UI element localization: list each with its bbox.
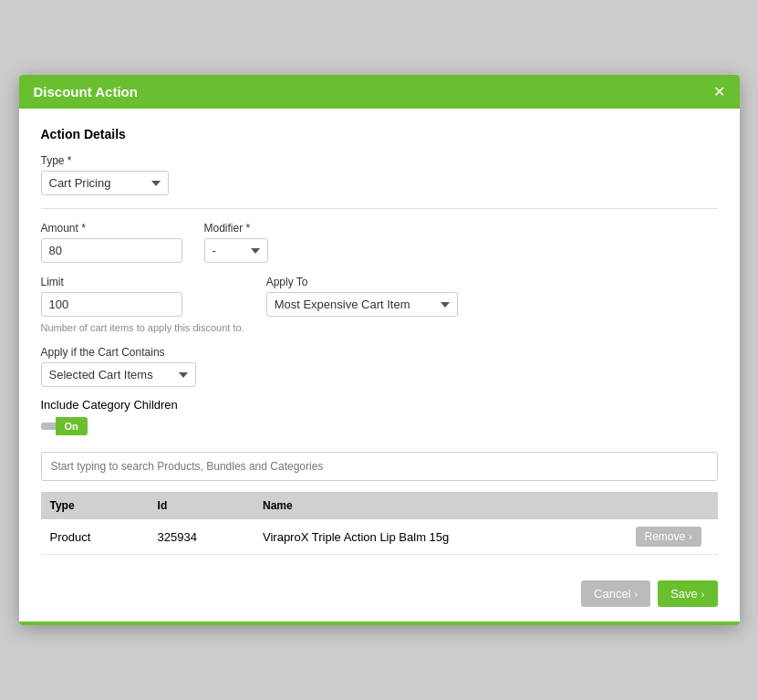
- amount-label: Amount *: [41, 222, 182, 235]
- modifier-group: Modifier * - + %: [204, 222, 268, 263]
- modal-header: Discount Action ✕: [19, 75, 740, 109]
- remove-button[interactable]: Remove ›: [636, 527, 701, 547]
- divider-1: [41, 208, 718, 209]
- amount-input[interactable]: [41, 238, 182, 263]
- apply-to-select[interactable]: Most Expensive Cart Item Least Expensive…: [266, 292, 458, 317]
- row-name: ViraproX Triple Action Lip Balm 15g: [254, 519, 627, 555]
- toggle-on-button[interactable]: On: [56, 417, 88, 435]
- apply-to-group: Apply To Most Expensive Cart Item Least …: [266, 276, 458, 333]
- table-row: Product 325934 ViraproX Triple Action Li…: [41, 519, 718, 555]
- search-input[interactable]: [41, 452, 718, 481]
- limit-hint: Number of cart items to apply this disco…: [41, 322, 244, 333]
- modal-title: Discount Action: [34, 84, 138, 99]
- row-remove-cell: Remove ›: [627, 519, 718, 555]
- cancel-chevron-icon: ›: [635, 589, 639, 600]
- toggle-off: [41, 423, 56, 430]
- action-details-title: Action Details: [41, 127, 718, 141]
- include-category-children-label: Include Category Children: [41, 398, 718, 412]
- modal-body: Action Details Type * Cart Pricing Produ…: [19, 109, 740, 569]
- col-id: Id: [149, 492, 254, 519]
- amount-group: Amount *: [41, 222, 182, 263]
- modal-close-button[interactable]: ✕: [713, 85, 725, 99]
- limit-label: Limit: [41, 276, 244, 288]
- col-action: [627, 492, 718, 519]
- apply-if-label: Apply if the Cart Contains: [41, 346, 718, 359]
- limit-input[interactable]: [41, 292, 182, 317]
- col-name: Name: [254, 492, 627, 519]
- apply-to-label: Apply To: [266, 276, 458, 288]
- save-chevron-icon: ›: [701, 589, 705, 600]
- table-body: Product 325934 ViraproX Triple Action Li…: [41, 519, 718, 555]
- bottom-green-bar: [19, 622, 740, 625]
- modifier-select[interactable]: - + %: [204, 238, 268, 263]
- limit-group: Limit Number of cart items to apply this…: [41, 276, 244, 333]
- row-id: 325934: [149, 519, 254, 555]
- save-button[interactable]: Save ›: [658, 580, 717, 607]
- cancel-button[interactable]: Cancel ›: [581, 580, 650, 607]
- type-group: Type * Cart Pricing Product Pricing Ship…: [41, 154, 718, 195]
- toggle-row: On: [41, 417, 718, 435]
- apply-if-select[interactable]: Selected Cart Items Any Items: [41, 362, 196, 387]
- items-table: Type Id Name Product 325934 ViraproX Tri…: [41, 492, 718, 555]
- row-type: Product: [41, 519, 149, 555]
- remove-chevron-icon: ›: [689, 531, 692, 542]
- table-header: Type Id Name: [41, 492, 718, 519]
- discount-action-modal: Discount Action ✕ Action Details Type * …: [19, 75, 740, 625]
- limit-applyto-row: Limit Number of cart items to apply this…: [41, 276, 718, 333]
- apply-if-group: Apply if the Cart Contains Selected Cart…: [41, 346, 718, 387]
- modifier-label: Modifier *: [204, 222, 268, 235]
- type-label: Type *: [41, 154, 718, 167]
- modal-overlay: Discount Action ✕ Action Details Type * …: [19, 75, 740, 625]
- amount-modifier-row: Amount * Modifier * - + %: [41, 222, 718, 263]
- type-select[interactable]: Cart Pricing Product Pricing Shipping: [41, 171, 169, 195]
- modal-footer: Cancel › Save ›: [19, 569, 740, 622]
- col-type: Type: [41, 492, 149, 519]
